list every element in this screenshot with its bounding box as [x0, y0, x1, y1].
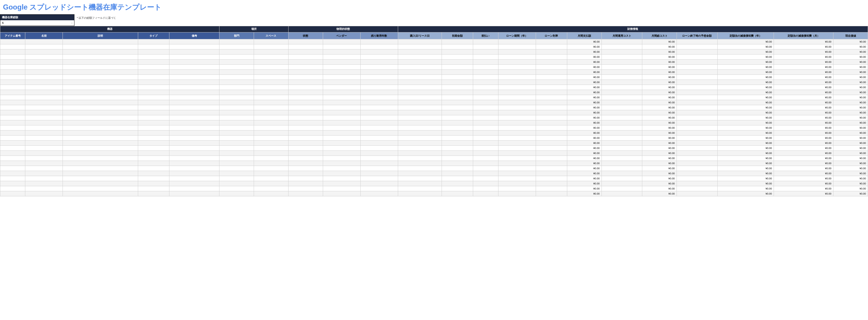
cell-loan_term[interactable] — [498, 186, 536, 191]
cell-purchase_date[interactable] — [398, 85, 442, 90]
table-row[interactable]: ¥0.00¥0.00¥0.00¥0.00¥0.00 — [0, 186, 868, 191]
cell-description[interactable] — [63, 80, 138, 85]
cell-type[interactable] — [138, 50, 169, 55]
cell-description[interactable] — [63, 191, 138, 196]
cell-type[interactable] — [138, 141, 169, 146]
cell-monthly_total[interactable]: ¥0.00 — [642, 105, 677, 110]
cell-loan_term[interactable] — [498, 176, 536, 181]
cell-space[interactable] — [254, 125, 288, 130]
cell-status[interactable] — [288, 130, 323, 136]
cell-annual_dep[interactable]: ¥0.00 — [717, 70, 774, 75]
cell-monthly_total[interactable]: ¥0.00 — [642, 45, 677, 50]
cell-monthly_op[interactable] — [601, 70, 642, 75]
cell-monthly_op[interactable] — [601, 80, 642, 85]
cell-initial_cost[interactable] — [442, 70, 473, 75]
cell-name[interactable] — [25, 115, 63, 120]
cell-space[interactable] — [254, 105, 288, 110]
cell-notes[interactable] — [169, 105, 219, 110]
col-description[interactable]: 説明 — [63, 32, 138, 39]
col-initial-cost[interactable]: 初期金額 — [442, 32, 473, 39]
cell-item_no[interactable] — [0, 80, 25, 85]
table-row[interactable]: ¥0.00¥0.00¥0.00¥0.00¥0.00 — [0, 161, 868, 166]
cell-space[interactable] — [254, 60, 288, 65]
cell-current_value[interactable]: ¥0.00 — [833, 75, 868, 80]
cell-monthly_payment[interactable]: ¥0.00 — [567, 191, 601, 196]
cell-name[interactable] — [25, 130, 63, 136]
cell-monthly_op[interactable] — [601, 100, 642, 105]
cell-initial_cost[interactable] — [442, 60, 473, 65]
cell-monthly_payment[interactable]: ¥0.00 — [567, 115, 601, 120]
cell-name[interactable] — [25, 110, 63, 115]
table-row[interactable]: ¥0.00¥0.00¥0.00¥0.00¥0.00 — [0, 45, 868, 50]
cell-item_no[interactable] — [0, 130, 25, 136]
cell-monthly_op[interactable] — [601, 181, 642, 186]
cell-name[interactable] — [25, 95, 63, 100]
cell-eol_expected[interactable] — [677, 50, 718, 55]
cell-eol_expected[interactable] — [677, 39, 718, 45]
cell-loan_term[interactable] — [498, 161, 536, 166]
cell-department[interactable] — [219, 100, 254, 105]
col-monthly-total[interactable]: 月間総コスト — [642, 32, 677, 39]
cell-eol_expected[interactable] — [677, 141, 718, 146]
cell-vendor[interactable] — [323, 181, 360, 186]
cell-loan_term[interactable] — [498, 100, 536, 105]
cell-monthly_total[interactable]: ¥0.00 — [642, 75, 677, 80]
cell-loan_rate[interactable] — [536, 120, 567, 125]
cell-vendor[interactable] — [323, 55, 360, 60]
cell-monthly_total[interactable]: ¥0.00 — [642, 95, 677, 100]
cell-monthly_payment[interactable]: ¥0.00 — [567, 171, 601, 176]
cell-initial_cost[interactable] — [442, 156, 473, 161]
cell-loan_term[interactable] — [498, 80, 536, 85]
cell-name[interactable] — [25, 105, 63, 110]
cell-vendor[interactable] — [323, 105, 360, 110]
cell-monthly_total[interactable]: ¥0.00 — [642, 181, 677, 186]
cell-item_no[interactable] — [0, 39, 25, 45]
cell-vendor[interactable] — [323, 156, 360, 161]
cell-notes[interactable] — [169, 146, 219, 151]
cell-type[interactable] — [138, 125, 169, 130]
cell-loan_rate[interactable] — [536, 125, 567, 130]
cell-loan_rate[interactable] — [536, 110, 567, 115]
cell-description[interactable] — [63, 171, 138, 176]
cell-type[interactable] — [138, 105, 169, 110]
cell-monthly_total[interactable]: ¥0.00 — [642, 85, 677, 90]
table-row[interactable]: ¥0.00¥0.00¥0.00¥0.00¥0.00 — [0, 181, 868, 186]
cell-monthly_dep[interactable]: ¥0.00 — [774, 39, 833, 45]
cell-vendor[interactable] — [323, 191, 360, 196]
col-current-value[interactable]: 現在価値 — [833, 32, 868, 39]
cell-description[interactable] — [63, 141, 138, 146]
cell-current_value[interactable]: ¥0.00 — [833, 125, 868, 130]
cell-loan_rate[interactable] — [536, 60, 567, 65]
table-row[interactable]: ¥0.00¥0.00¥0.00¥0.00¥0.00 — [0, 176, 868, 181]
cell-notes[interactable] — [169, 120, 219, 125]
cell-notes[interactable] — [169, 50, 219, 55]
cell-current_value[interactable]: ¥0.00 — [833, 55, 868, 60]
inventory-table[interactable]: 機器 場所 物理的状態 財務情報 アイテム番号 名前 説明 タイプ 備考 部門 … — [0, 26, 868, 196]
cell-initial_cost[interactable] — [442, 120, 473, 125]
col-loan-term[interactable]: ローン期間（年） — [498, 32, 536, 39]
cell-monthly_dep[interactable]: ¥0.00 — [774, 90, 833, 95]
table-row[interactable]: ¥0.00¥0.00¥0.00¥0.00¥0.00 — [0, 120, 868, 125]
cell-remaining_life[interactable] — [360, 166, 398, 171]
cell-space[interactable] — [254, 130, 288, 136]
cell-remaining_life[interactable] — [360, 110, 398, 115]
cell-remaining_life[interactable] — [360, 105, 398, 110]
cell-remaining_life[interactable] — [360, 100, 398, 105]
cell-current_value[interactable]: ¥0.00 — [833, 136, 868, 141]
cell-vendor[interactable] — [323, 39, 360, 45]
cell-loan_term[interactable] — [498, 39, 536, 45]
cell-down_payment[interactable] — [473, 50, 498, 55]
cell-loan_rate[interactable] — [536, 115, 567, 120]
cell-loan_rate[interactable] — [536, 100, 567, 105]
cell-initial_cost[interactable] — [442, 191, 473, 196]
cell-department[interactable] — [219, 70, 254, 75]
cell-department[interactable] — [219, 110, 254, 115]
cell-purchase_date[interactable] — [398, 115, 442, 120]
cell-monthly_total[interactable]: ¥0.00 — [642, 151, 677, 156]
cell-status[interactable] — [288, 105, 323, 110]
cell-annual_dep[interactable]: ¥0.00 — [717, 100, 774, 105]
table-row[interactable]: ¥0.00¥0.00¥0.00¥0.00¥0.00 — [0, 166, 868, 171]
cell-item_no[interactable] — [0, 141, 25, 146]
cell-notes[interactable] — [169, 85, 219, 90]
cell-status[interactable] — [288, 125, 323, 130]
